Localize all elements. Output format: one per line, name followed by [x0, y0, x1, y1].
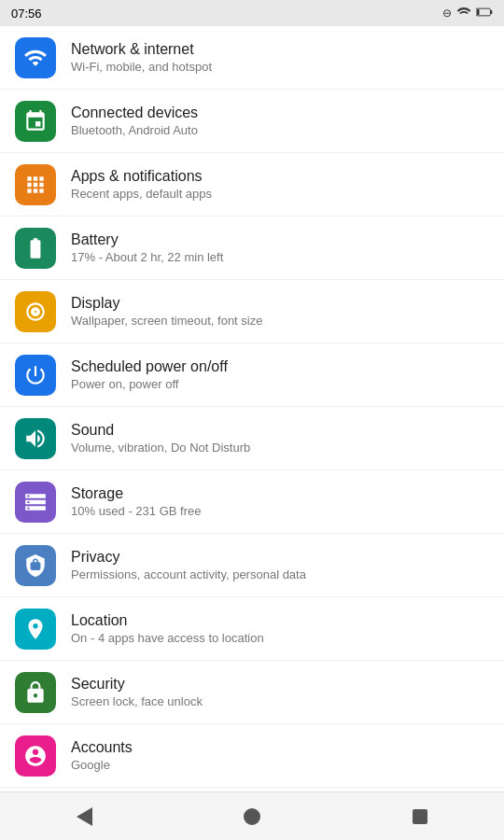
settings-item-accounts[interactable]: Accounts Google [0, 724, 504, 788]
battery-subtitle: 17% - About 2 hr, 22 min left [71, 250, 489, 264]
sound-subtitle: Volume, vibration, Do Not Disturb [71, 441, 489, 455]
location-text: Location On - 4 apps have access to loca… [71, 612, 489, 645]
sound-icon [23, 427, 48, 451]
network-icon-wrapper [15, 37, 56, 78]
apps-title: Apps & notifications [71, 168, 489, 185]
sound-title: Sound [71, 422, 489, 439]
storage-subtitle: 10% used - 231 GB free [71, 504, 489, 518]
wifi-icon [456, 6, 471, 21]
scheduled-power-text: Scheduled power on/off Power on, power o… [71, 358, 489, 391]
network-icon [23, 46, 48, 70]
security-icon [23, 680, 48, 705]
scheduled-power-subtitle: Power on, power off [71, 377, 489, 391]
battery-icon [23, 236, 48, 260]
settings-item-connected-devices[interactable]: Connected devices Bluetooth, Android Aut… [0, 90, 504, 153]
apps-icon-wrapper [15, 164, 56, 205]
apps-subtitle: Recent apps, default apps [71, 187, 489, 201]
settings-item-apps[interactable]: Apps & notifications Recent apps, defaul… [0, 153, 504, 217]
apps-text: Apps & notifications Recent apps, defaul… [71, 168, 489, 201]
home-icon [244, 808, 260, 825]
privacy-text: Privacy Permissions, account activity, p… [71, 549, 489, 581]
location-title: Location [71, 612, 489, 629]
settings-item-sound[interactable]: Sound Volume, vibration, Do Not Disturb [0, 407, 504, 470]
connected-devices-icon-wrapper [15, 101, 56, 142]
accounts-icon [23, 744, 48, 768]
network-text: Network & internet Wi-Fi, mobile, and ho… [71, 41, 489, 74]
connected-devices-subtitle: Bluetooth, Android Auto [71, 123, 489, 137]
accounts-title: Accounts [71, 739, 489, 756]
security-text: Security Screen lock, face unlock [71, 676, 489, 708]
location-subtitle: On - 4 apps have access to location [71, 631, 489, 645]
scheduled-power-icon-wrapper [15, 355, 56, 396]
storage-title: Storage [71, 485, 489, 502]
home-button[interactable] [229, 798, 275, 835]
svg-rect-1 [490, 10, 492, 14]
settings-list: Network & internet Wi-Fi, mobile, and ho… [0, 26, 504, 840]
battery-icon-wrapper [15, 228, 56, 269]
battery-status-icon [476, 6, 493, 21]
display-icon [23, 300, 48, 324]
settings-item-location[interactable]: Location On - 4 apps have access to loca… [0, 597, 504, 661]
settings-item-battery[interactable]: Battery 17% - About 2 hr, 22 min left [0, 217, 504, 280]
security-subtitle: Screen lock, face unlock [71, 694, 489, 708]
scheduled-power-icon [23, 363, 48, 387]
back-button[interactable] [61, 798, 107, 835]
network-subtitle: Wi-Fi, mobile, and hotspot [71, 60, 489, 74]
network-title: Network & internet [71, 41, 489, 58]
location-icon [23, 617, 48, 641]
accounts-text: Accounts Google [71, 739, 489, 772]
privacy-icon-wrapper [15, 545, 56, 586]
settings-item-storage[interactable]: Storage 10% used - 231 GB free [0, 470, 504, 534]
sound-text: Sound Volume, vibration, Do Not Disturb [71, 422, 489, 455]
recent-button[interactable] [397, 798, 443, 835]
connected-devices-text: Connected devices Bluetooth, Android Aut… [71, 105, 489, 137]
status-bar: 07:56 ⊖ [0, 0, 504, 26]
display-text: Display Wallpaper, screen timeout, font … [71, 295, 489, 328]
security-icon-wrapper [15, 672, 56, 713]
storage-icon-wrapper [15, 482, 56, 523]
scheduled-power-title: Scheduled power on/off [71, 358, 489, 375]
settings-item-network[interactable]: Network & internet Wi-Fi, mobile, and ho… [0, 26, 504, 90]
status-time: 07:56 [11, 7, 42, 21]
connected-devices-icon [23, 109, 48, 133]
accounts-subtitle: Google [71, 758, 489, 772]
location-icon-wrapper [15, 609, 56, 650]
storage-icon [23, 490, 48, 514]
status-icons: ⊖ [442, 6, 493, 21]
privacy-title: Privacy [71, 549, 489, 566]
apps-icon [23, 173, 48, 197]
dnd-icon: ⊖ [442, 7, 452, 20]
back-icon [77, 807, 92, 826]
settings-item-scheduled-power[interactable]: Scheduled power on/off Power on, power o… [0, 343, 504, 407]
battery-text: Battery 17% - About 2 hr, 22 min left [71, 231, 489, 264]
connected-devices-title: Connected devices [71, 105, 489, 121]
battery-title: Battery [71, 231, 489, 248]
display-subtitle: Wallpaper, screen timeout, font size [71, 314, 489, 328]
privacy-subtitle: Permissions, account activity, personal … [71, 567, 489, 581]
security-title: Security [71, 676, 489, 693]
settings-item-privacy[interactable]: Privacy Permissions, account activity, p… [0, 534, 504, 597]
display-title: Display [71, 295, 489, 312]
privacy-icon [23, 553, 48, 578]
settings-item-security[interactable]: Security Screen lock, face unlock [0, 661, 504, 724]
recent-icon [413, 809, 427, 824]
accounts-icon-wrapper [15, 735, 56, 777]
sound-icon-wrapper [15, 418, 56, 459]
settings-item-display[interactable]: Display Wallpaper, screen timeout, font … [0, 280, 504, 343]
svg-rect-2 [477, 9, 480, 15]
display-icon-wrapper [15, 291, 56, 332]
navigation-bar [0, 791, 504, 840]
storage-text: Storage 10% used - 231 GB free [71, 485, 489, 518]
